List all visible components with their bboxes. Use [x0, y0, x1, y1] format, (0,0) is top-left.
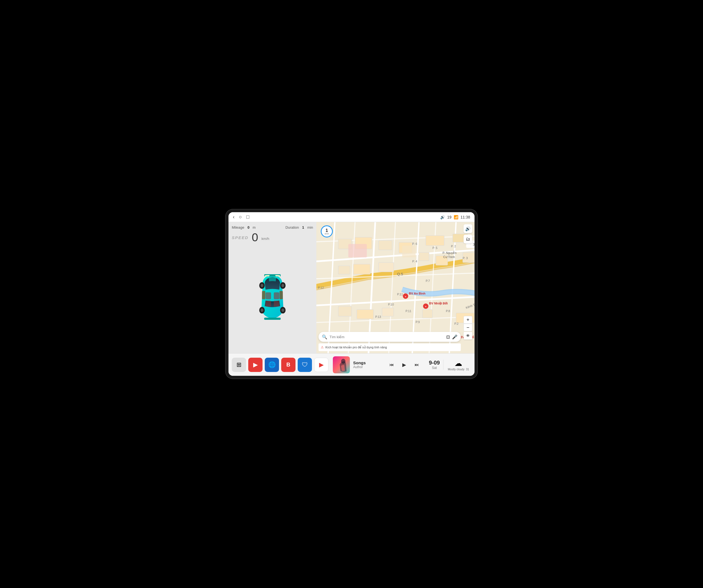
mileage-stat: Mileage 0 m [232, 225, 256, 230]
map-view-btn[interactable]: 👁 [464, 332, 472, 340]
zoom-out-btn[interactable]: − [464, 324, 472, 331]
svg-rect-41 [348, 244, 367, 257]
svg-text:P.13: P.13 [375, 315, 381, 319]
svg-rect-34 [338, 266, 350, 274]
promo-icon: ⚠ [321, 345, 324, 349]
prev-button[interactable]: ⏮ [387, 360, 396, 369]
date-display: 9-09 [429, 360, 440, 366]
battery-level: 19 [447, 215, 452, 219]
main-content: › Mileage 0 m Duration 1 min [228, 222, 475, 353]
svg-text:BV An Bình: BV An Bình [409, 292, 425, 295]
svg-point-11 [282, 284, 284, 287]
svg-point-9 [260, 284, 263, 287]
map-audio-btn[interactable]: 🔊 [464, 224, 472, 233]
device-frame: ‹ ○ □ 🔊 19 📶 11:38 › [225, 209, 478, 379]
recent-icon[interactable]: □ [246, 214, 249, 220]
svg-rect-32 [425, 236, 444, 246]
play-pause-button[interactable]: ▶ [399, 360, 409, 370]
svg-text:Q.5: Q.5 [397, 272, 403, 276]
nav-controls: ‹ ○ □ [233, 214, 249, 220]
duration-unit: min [307, 225, 313, 230]
youtube-icon: ▶ [319, 361, 324, 368]
svg-rect-3 [274, 292, 279, 299]
svg-rect-35 [354, 264, 370, 274]
map-speed-value: 1 [326, 228, 328, 233]
day-display: Sat [432, 366, 437, 370]
svg-text:P. Nguyễn: P. Nguyễn [443, 251, 457, 254]
app-play-icon[interactable]: ▶ [248, 358, 262, 372]
app-shield-icon[interactable]: 🛡 [298, 358, 312, 372]
music-player: Songs Author ⏮ ▶ ⏭ [331, 356, 423, 373]
svg-text:31°: 31° [473, 242, 475, 247]
svg-rect-45 [382, 308, 394, 317]
date-section: 9-09 Sat [425, 360, 444, 370]
taskbar: ⊞ ▶ 🌐 B 🛡 ▶ [228, 353, 475, 376]
svg-text:BV Nhiệt Đới: BV Nhiệt Đới [429, 302, 448, 305]
search-input[interactable] [329, 335, 444, 339]
zoom-in-btn[interactable]: + [464, 316, 472, 324]
svg-point-15 [282, 309, 284, 312]
browser-icon: 🌐 [268, 361, 276, 368]
mileage-label: Mileage [232, 225, 244, 230]
album-art [333, 356, 350, 373]
map-speed-unit: km/h [325, 233, 329, 235]
block-icon: B [287, 361, 290, 368]
svg-rect-2 [265, 292, 271, 299]
duration-stat: Duration 1 min [285, 225, 313, 230]
app-grid-icon[interactable]: ⊞ [232, 358, 246, 372]
scan-icon[interactable]: ⊡ [446, 334, 450, 340]
svg-rect-36 [379, 262, 394, 272]
map-search-bar[interactable]: 🔍 ⊡ 🎤 [319, 332, 461, 342]
svg-text:P. 5: P. 5 [433, 246, 438, 250]
svg-text:P.8: P.8 [446, 309, 450, 313]
device-screen: ‹ ○ □ 🔊 19 📶 11:38 › [228, 212, 475, 376]
svg-text:P. 3: P. 3 [463, 256, 468, 260]
map-container[interactable]: + BV An Bình + BV Nhiệt Đới BV Ph.Hồ C.M… [316, 222, 475, 353]
weather-temp: 31 [466, 368, 469, 371]
weather-section: ☁ Mostly cloudy 31 [446, 359, 471, 371]
music-controls: ⏮ ▶ ⏭ [387, 360, 421, 370]
svg-text:P. 6: P. 6 [412, 242, 417, 245]
back-icon[interactable]: ‹ [233, 214, 235, 220]
svg-text:P.9: P.9 [416, 320, 420, 324]
weather-desc-text: Mostly cloudy [448, 368, 465, 371]
album-art-svg [333, 356, 350, 373]
home-icon[interactable]: ○ [239, 214, 242, 220]
weather-icon: ☁ [455, 359, 462, 368]
speed-label: SPEED [232, 235, 248, 240]
svg-rect-1 [280, 291, 283, 299]
time-display: 11:38 [461, 215, 470, 219]
svg-text:P.11: P.11 [406, 309, 411, 313]
svg-text:P.11: P.11 [397, 292, 403, 296]
app-browser-icon[interactable]: 🌐 [265, 358, 279, 372]
svg-rect-5 [274, 301, 279, 307]
duration-value: 1 [302, 225, 304, 230]
svg-text:Cư Trinh: Cư Trinh [443, 255, 455, 259]
zoom-controls: + − [464, 316, 472, 331]
svg-rect-4 [265, 301, 271, 307]
svg-rect-42 [402, 246, 416, 257]
promo-text: Kích hoạt tài khoản pro để sử dụng tính … [325, 346, 387, 349]
next-button[interactable]: ⏭ [412, 360, 421, 369]
music-author: Author [353, 365, 384, 369]
svg-text:P. 2: P. 2 [451, 245, 456, 248]
grid-icon: ⊞ [236, 361, 241, 368]
status-bar: ‹ ○ □ 🔊 19 📶 11:38 [228, 212, 475, 222]
svg-rect-0 [262, 291, 265, 299]
svg-rect-46 [422, 310, 433, 318]
mic-icon[interactable]: 🎤 [452, 334, 458, 340]
svg-text:+: + [405, 295, 406, 298]
svg-text:P.12: P.12 [318, 286, 324, 289]
svg-rect-44 [357, 310, 374, 319]
car-top-view-svg [256, 270, 289, 325]
music-title: Songs [353, 360, 384, 365]
map-layers-btn[interactable]: 🗂 [464, 235, 472, 244]
mileage-value: 0 [247, 225, 249, 230]
svg-text:P.2: P.2 [454, 322, 458, 325]
map-controls-right: 🔊 🗂 [464, 224, 472, 244]
svg-text:+: + [425, 305, 426, 308]
app-block-icon[interactable]: B [281, 358, 296, 372]
app-youtube-icon[interactable]: ▶ [314, 358, 328, 372]
svg-rect-7 [264, 318, 281, 320]
wifi-icon: 📶 [454, 215, 458, 219]
